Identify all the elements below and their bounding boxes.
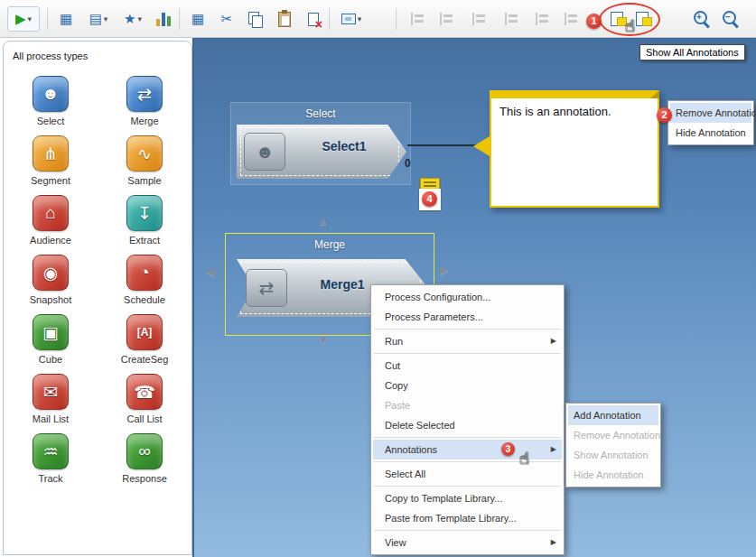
- menu-item-process-parameters[interactable]: Process Parameters...: [373, 307, 562, 327]
- menu-separator: [374, 461, 561, 462]
- sidebar-item-segment[interactable]: ⋔ Segment: [4, 135, 98, 195]
- grid-button[interactable]: ▦: [186, 6, 210, 32]
- annotation-context-menu: Remove Annotation Hide Annotation: [667, 100, 754, 145]
- up-arrow-icon: ▲: [317, 214, 329, 227]
- submenu-item-show-annotation: Show Annotation: [568, 445, 658, 465]
- sidebar-item-select[interactable]: ☻ Select: [4, 76, 98, 135]
- menu-item-select-all[interactable]: Select All: [373, 464, 562, 484]
- palette-item-label: Schedule: [124, 294, 165, 305]
- submenu-arrow-icon: ▶: [551, 533, 556, 552]
- align-right-icon: [472, 13, 487, 25]
- align-right-button: [468, 6, 491, 32]
- sidebar-item-merge[interactable]: ⇄ Merge: [98, 76, 191, 135]
- align-bottom-button: [560, 6, 583, 32]
- sidebar-item-sample[interactable]: ∿ Sample: [98, 135, 191, 195]
- align-middle-button: [531, 6, 555, 32]
- sidebar-item-call-list[interactable]: ☎ Call List: [98, 374, 191, 433]
- palette-item-label: Response: [122, 473, 167, 484]
- menu-item-annotations[interactable]: Annotations 3 ▶: [373, 440, 562, 460]
- menu-item-label: Run: [385, 336, 403, 347]
- tooltip: Show All Annotations: [639, 44, 745, 60]
- clock-icon: ◔: [139, 263, 149, 283]
- cube-icon: ▣: [33, 314, 69, 350]
- people-icon: ☻: [255, 142, 274, 162]
- sidebar-item-audience[interactable]: ⌂ Audience: [4, 195, 98, 255]
- menu-item-process-configuration[interactable]: Process Configuration...: [373, 287, 562, 307]
- submenu-arrow-icon: ▶: [551, 440, 556, 460]
- menu-separator: [374, 486, 561, 487]
- cut-button[interactable]: ✂: [215, 6, 238, 32]
- palette-item-label: Merge: [130, 116, 158, 126]
- menu-item-remove-annotation[interactable]: Remove Annotation: [670, 103, 751, 123]
- response-icon: ∞: [126, 433, 163, 469]
- copy-button[interactable]: [244, 6, 267, 32]
- track-icon: ♒: [33, 433, 69, 469]
- menu-item-label: Annotations: [385, 444, 437, 455]
- selection-mode-button[interactable]: ▾: [336, 6, 367, 32]
- sidebar-item-snapshot[interactable]: ◉ Snapshot: [4, 255, 98, 314]
- callout-3-badge: 3: [501, 442, 515, 456]
- select-process-node[interactable]: Select ☻ Select1 0: [230, 102, 411, 185]
- list-view-button[interactable]: ▤ ▾: [83, 6, 114, 32]
- clipboard-icon: [278, 12, 291, 27]
- run-icon: ▶: [15, 11, 26, 27]
- envelope-icon: ✉: [43, 382, 58, 403]
- zoom-in-icon: +: [692, 9, 712, 29]
- palette-item-label: Snapshot: [30, 294, 71, 305]
- chevron-down-icon: ▾: [28, 14, 33, 23]
- extract-icon: ↧: [126, 195, 163, 231]
- sidebar-item-cube[interactable]: ▣ Cube: [4, 314, 98, 374]
- toolbar-separator: [396, 8, 397, 30]
- hand-cursor: ☝: [519, 449, 529, 469]
- sidebar-item-schedule[interactable]: ◔ Schedule: [98, 255, 191, 314]
- menu-item-paste-from-template-library[interactable]: Paste from Template Library...: [373, 508, 562, 528]
- reports-button[interactable]: [152, 6, 175, 32]
- menu-item-hide-annotation[interactable]: Hide Annotation: [670, 123, 751, 143]
- sidebar-item-createseg[interactable]: [A] CreateSeg: [98, 314, 191, 374]
- menu-item-copy-to-template-library[interactable]: Copy to Template Library...: [373, 488, 562, 508]
- palette-item-label: Extract: [129, 235, 160, 246]
- align-top-icon: [505, 13, 519, 25]
- wizard-button[interactable]: ★ ▾: [117, 6, 148, 32]
- merge-arrows-icon: ⇄: [137, 84, 152, 105]
- camera-lens-icon: ◉: [43, 263, 59, 283]
- palette-item-label: Segment: [31, 175, 70, 186]
- zoom-in-button[interactable]: +: [690, 6, 714, 32]
- node-type-label: Merge: [226, 238, 434, 251]
- align-left-icon: [411, 13, 425, 25]
- callout-1-badge: 1: [586, 14, 602, 29]
- palette-item-label: Select: [37, 116, 65, 126]
- menu-item-cut[interactable]: Cut: [373, 356, 562, 376]
- zoom-out-icon: −: [721, 9, 741, 29]
- chevron-down-icon: ▾: [358, 14, 362, 23]
- layout-icon: ▦: [60, 11, 72, 27]
- layout-button[interactable]: ▦: [54, 6, 78, 32]
- menu-separator: [374, 530, 561, 531]
- sidebar-item-response[interactable]: ∞ Response: [98, 433, 191, 493]
- menu-item-run[interactable]: Run ▶: [373, 331, 562, 351]
- sidebar-item-track[interactable]: ♒ Track: [4, 433, 98, 493]
- select-icon: ☻: [33, 76, 69, 112]
- align-center-icon: [440, 13, 454, 25]
- merge-node-icon: ⇄: [246, 269, 287, 307]
- mail-list-icon: ✉: [33, 374, 69, 410]
- paste-button[interactable]: [273, 6, 296, 32]
- zoom-out-button[interactable]: −: [719, 6, 742, 32]
- wave-icon: ∿: [137, 144, 152, 164]
- menu-item-delete-selected[interactable]: Delete Selected: [373, 415, 562, 435]
- run-button[interactable]: ▶ ▾: [7, 6, 40, 32]
- snapshot-icon: ◉: [33, 255, 69, 291]
- palette-title: All process types: [4, 42, 191, 61]
- annotation-box[interactable]: This is an annotation.: [490, 90, 659, 208]
- submenu-item-add-annotation[interactable]: Add Annotation: [568, 405, 658, 425]
- sidebar-item-mail-list[interactable]: ✉ Mail List: [4, 374, 98, 433]
- sidebar-item-extract[interactable]: ↧ Extract: [98, 195, 191, 255]
- application-window: ▶ ▾ ▦ ▤ ▾ ★ ▾ ▦ ✂: [0, 0, 756, 557]
- menu-item-copy[interactable]: Copy: [373, 376, 562, 395]
- down-arrow-icon: ▼: [317, 333, 329, 347]
- align-top-button: [500, 6, 524, 32]
- chevron-down-icon: ▾: [104, 14, 108, 23]
- delete-button[interactable]: [302, 6, 325, 32]
- menu-item-view[interactable]: View ▶: [373, 533, 562, 552]
- menu-separator: [374, 329, 561, 330]
